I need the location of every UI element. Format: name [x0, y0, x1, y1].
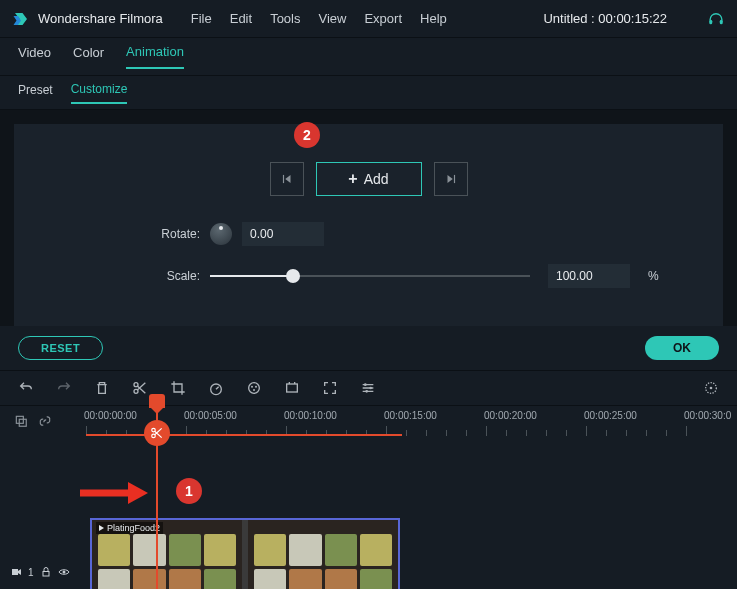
speed-icon[interactable] [208, 380, 224, 396]
scale-slider[interactable] [210, 269, 530, 283]
svg-point-14 [710, 387, 713, 390]
timeline-clip[interactable]: PlatingFood2 [90, 518, 400, 589]
add-keyframe-button[interactable]: + Add [316, 162, 422, 196]
svg-rect-9 [287, 384, 298, 392]
svg-rect-18 [43, 572, 49, 577]
svg-point-12 [365, 390, 368, 393]
scale-label: Scale: [154, 269, 200, 283]
scale-value-input[interactable]: 100.00 [548, 264, 630, 288]
svg-rect-17 [12, 569, 18, 575]
fit-icon[interactable] [322, 380, 338, 396]
animation-properties-panel: 2 + Add Rotate: 0.00 Scale: 100.00 % [14, 124, 723, 326]
ruler-label: 00:00:30:0 [684, 410, 731, 421]
timeline-toolbar [0, 370, 737, 406]
delete-icon[interactable] [94, 380, 110, 396]
undo-icon[interactable] [18, 380, 34, 396]
callout-1: 1 [176, 478, 202, 504]
reset-button[interactable]: RESET [18, 336, 103, 360]
menu-export[interactable]: Export [364, 11, 402, 26]
color-icon[interactable] [246, 380, 262, 396]
support-icon[interactable] [707, 10, 725, 28]
rotate-row: Rotate: 0.00 [44, 222, 693, 246]
render-icon[interactable] [703, 380, 719, 396]
subtab-customize[interactable]: Customize [71, 82, 128, 104]
properties-main-tabs: Video Color Animation [0, 38, 737, 76]
svg-point-11 [369, 387, 372, 390]
svg-point-5 [249, 383, 260, 394]
svg-point-8 [253, 389, 255, 391]
tab-animation[interactable]: Animation [126, 44, 184, 69]
menu-edit[interactable]: Edit [230, 11, 252, 26]
prev-keyframe-button[interactable] [270, 162, 304, 196]
app-logo-icon [12, 10, 30, 28]
next-keyframe-button[interactable] [434, 162, 468, 196]
timeline-ruler[interactable]: 00:00:00:00 00:00:05:00 00:00:10:00 00:0… [86, 406, 737, 436]
ruler-label: 00:00:20:00 [484, 410, 537, 421]
scale-row: Scale: 100.00 % [44, 264, 693, 288]
tab-color[interactable]: Color [73, 45, 104, 68]
menu-view[interactable]: View [318, 11, 346, 26]
link-icon[interactable] [38, 414, 52, 428]
keyframe-controls: + Add [44, 162, 693, 196]
timeline-tracks[interactable]: 1 1 PlatingFood2 [0, 436, 737, 589]
ok-button[interactable]: OK [645, 336, 719, 360]
lock-icon[interactable] [40, 566, 52, 578]
app-name: Wondershare Filmora [38, 11, 163, 26]
svg-rect-1 [720, 19, 723, 24]
rotate-value-input[interactable]: 0.00 [242, 222, 324, 246]
playhead-handle[interactable] [149, 394, 165, 408]
playhead-split-icon[interactable] [144, 420, 170, 446]
ruler-label: 00:00:00:00 [84, 410, 137, 421]
title-bar: Wondershare Filmora File Edit Tools View… [0, 0, 737, 38]
subtab-preset[interactable]: Preset [18, 83, 53, 103]
track-index: 1 [28, 567, 34, 578]
timeline-ruler-row: 00:00:00:00 00:00:05:00 00:00:10:00 00:0… [0, 406, 737, 436]
menu-help[interactable]: Help [420, 11, 447, 26]
callout-2: 2 [294, 122, 320, 148]
track-gutter: 1 [0, 436, 86, 589]
settings-icon[interactable] [360, 380, 376, 396]
project-title: Untitled : 00:00:15:22 [543, 11, 667, 26]
clip-thumbnails [92, 520, 398, 589]
ruler-left-controls [0, 406, 86, 436]
rotate-knob[interactable] [210, 223, 232, 245]
ruler-label: 00:00:05:00 [184, 410, 237, 421]
svg-point-10 [364, 383, 367, 386]
rotate-label: Rotate: [154, 227, 200, 241]
menu-file[interactable]: File [191, 11, 212, 26]
marker-icon[interactable] [14, 414, 28, 428]
greenscreen-icon[interactable] [284, 380, 300, 396]
menu-bar: File Edit Tools View Export Help [191, 11, 447, 26]
scale-unit: % [648, 269, 659, 283]
eye-icon[interactable] [58, 566, 70, 578]
plus-icon: + [348, 170, 357, 188]
svg-point-7 [255, 386, 257, 388]
playhead[interactable] [156, 406, 158, 589]
svg-point-19 [62, 571, 65, 574]
tab-video[interactable]: Video [18, 45, 51, 68]
ruler-label: 00:00:10:00 [284, 410, 337, 421]
annotation-arrow [78, 480, 148, 506]
redo-icon[interactable] [56, 380, 72, 396]
properties-button-bar: RESET OK [0, 326, 737, 370]
ruler-label: 00:00:15:00 [384, 410, 437, 421]
split-icon[interactable] [132, 380, 148, 396]
video-track-icon [10, 566, 22, 578]
add-keyframe-label: Add [364, 171, 389, 187]
track-header: 1 [10, 566, 70, 578]
svg-rect-0 [709, 19, 712, 24]
animation-sub-tabs: Preset Customize [0, 76, 737, 110]
svg-point-6 [251, 386, 253, 388]
ruler-label: 00:00:25:00 [584, 410, 637, 421]
crop-icon[interactable] [170, 380, 186, 396]
menu-tools[interactable]: Tools [270, 11, 300, 26]
